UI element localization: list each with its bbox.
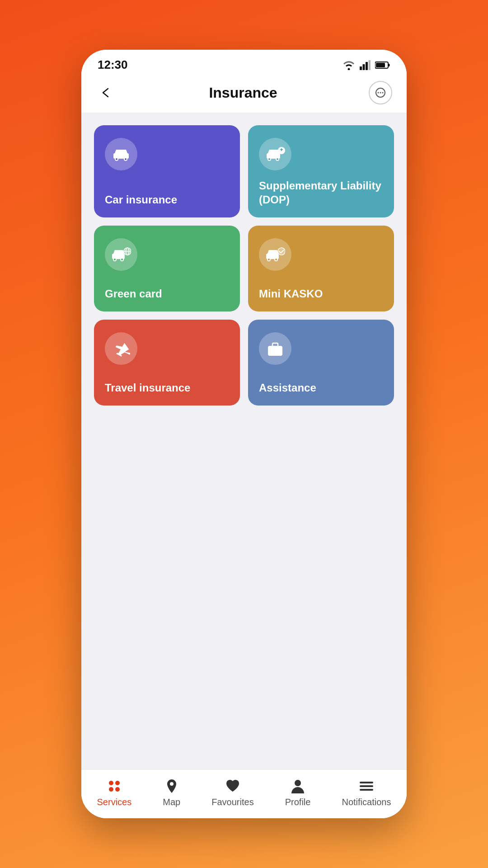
svg-rect-40 — [274, 349, 277, 352]
phone-shell: 12:30 — [81, 50, 407, 818]
svg-rect-47 — [360, 782, 373, 783]
mini-kasko-icon-wrap — [259, 238, 291, 271]
card-green-card-label: Green card — [105, 287, 162, 301]
svg-rect-6 — [376, 63, 385, 67]
svg-point-41 — [109, 781, 113, 785]
svg-point-36 — [275, 259, 277, 260]
svg-point-15 — [125, 158, 127, 160]
svg-point-14 — [116, 158, 117, 160]
supplementary-liability-icon-wrap — [259, 138, 291, 170]
nav-notifications[interactable]: Notifications — [342, 778, 391, 807]
svg-rect-2 — [366, 62, 368, 70]
svg-rect-48 — [360, 785, 373, 787]
svg-rect-49 — [360, 789, 373, 791]
card-travel-label: Travel insurance — [105, 381, 190, 395]
svg-point-28 — [121, 259, 123, 260]
status-icons — [343, 60, 390, 70]
svg-point-46 — [295, 780, 301, 786]
notifications-label: Notifications — [342, 797, 391, 807]
nav-map[interactable]: Map — [163, 778, 180, 807]
card-supplementary-liability[interactable]: Supplementary Liability (DOP) — [248, 125, 394, 217]
svg-rect-0 — [360, 66, 362, 70]
profile-label: Profile — [285, 797, 311, 807]
svg-point-27 — [114, 259, 116, 260]
back-button[interactable] — [96, 82, 117, 104]
svg-point-10 — [382, 92, 383, 94]
header: Insurance — [81, 76, 407, 113]
notifications-icon — [358, 778, 375, 794]
svg-point-44 — [115, 787, 120, 792]
status-bar: 12:30 — [81, 50, 407, 76]
signal-icon — [360, 60, 371, 70]
card-travel-insurance[interactable]: Travel insurance — [94, 320, 240, 406]
nav-profile[interactable]: Profile — [285, 778, 311, 807]
card-car-insurance-label: Car insurance — [105, 193, 177, 207]
map-label: Map — [163, 797, 180, 807]
heart-icon — [225, 778, 241, 794]
svg-point-19 — [268, 158, 270, 160]
card-mini-kasko-label: Mini KASKO — [259, 287, 323, 301]
battery-icon — [375, 61, 390, 69]
svg-point-43 — [109, 787, 113, 792]
svg-rect-3 — [369, 60, 371, 70]
favourites-label: Favourites — [211, 797, 253, 807]
svg-point-45 — [170, 782, 174, 786]
bottom-nav: Services Map Favourites — [81, 769, 407, 818]
car-globe-icon — [111, 246, 131, 263]
svg-point-20 — [277, 158, 278, 160]
services-label: Services — [97, 797, 132, 807]
plane-icon — [112, 340, 130, 358]
nav-services[interactable]: Services — [97, 778, 132, 807]
wifi-icon — [343, 60, 355, 70]
person-icon — [290, 778, 306, 794]
card-assistance-label: Assistance — [259, 381, 316, 395]
svg-point-42 — [115, 781, 120, 785]
briefcase-icon — [266, 340, 284, 357]
car-icon — [112, 147, 130, 161]
travel-insurance-icon-wrap — [105, 332, 137, 365]
car-check-icon — [265, 246, 285, 263]
car-plus-icon — [265, 146, 285, 162]
card-green-card[interactable]: Green card — [94, 226, 240, 311]
main-content: Car insurance — [81, 113, 407, 769]
card-assistance[interactable]: Assistance — [248, 320, 394, 406]
svg-point-35 — [268, 259, 270, 260]
svg-point-8 — [377, 92, 379, 94]
services-icon — [106, 778, 122, 794]
svg-point-9 — [380, 92, 381, 94]
car-insurance-icon-wrap — [105, 138, 137, 170]
card-car-insurance[interactable]: Car insurance — [94, 125, 240, 217]
chat-button[interactable] — [369, 81, 392, 104]
green-card-icon-wrap — [105, 238, 137, 271]
assistance-icon-wrap — [259, 332, 291, 365]
insurance-grid: Car insurance — [94, 125, 394, 406]
nav-favourites[interactable]: Favourites — [211, 778, 253, 807]
status-time: 12:30 — [98, 58, 128, 72]
page-title: Insurance — [209, 85, 277, 101]
svg-rect-1 — [363, 64, 365, 70]
card-supplementary-label: Supplementary Liability (DOP) — [259, 179, 383, 207]
map-icon — [164, 778, 180, 794]
svg-rect-23 — [281, 148, 282, 151]
card-mini-kasko[interactable]: Mini KASKO — [248, 226, 394, 311]
svg-rect-5 — [389, 64, 390, 66]
